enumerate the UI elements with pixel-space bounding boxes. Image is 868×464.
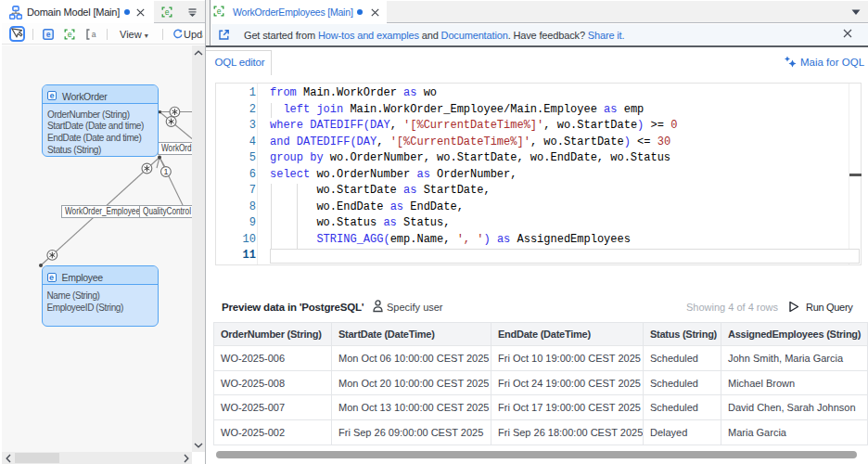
svg-text:e: e xyxy=(68,30,72,39)
svg-text:e: e xyxy=(165,7,170,17)
svg-text:e: e xyxy=(216,6,221,16)
svg-text:a: a xyxy=(92,30,96,39)
svg-text:e: e xyxy=(46,30,51,39)
svg-text:1: 1 xyxy=(163,167,168,176)
